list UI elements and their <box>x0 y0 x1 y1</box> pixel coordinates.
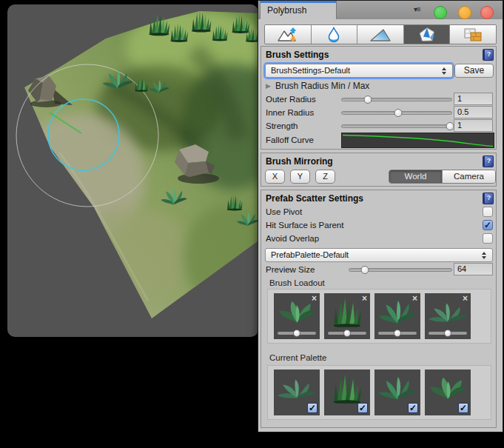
fern-plant-icon <box>377 374 417 404</box>
help-icon[interactable]: ? <box>483 193 494 204</box>
outer-radius-label: Outer Radius <box>266 95 316 104</box>
check-icon: ✓ <box>484 220 491 230</box>
loadout-item-fern-plant[interactable]: × <box>374 293 420 339</box>
loadout-item-leafy-plant[interactable]: × <box>274 293 320 339</box>
window-titlebar[interactable]: Polybrush ▾≡ <box>258 1 503 20</box>
tool-smooth-mesh[interactable] <box>312 25 358 44</box>
leafy-plant-icon <box>277 298 317 327</box>
inner-radius-label: Inner Radius <box>266 108 314 117</box>
scene-view[interactable] <box>7 4 258 337</box>
spread-plant-icon <box>428 298 468 327</box>
brush-radius-minmax-foldout[interactable]: ▶Brush Radius Min / Max <box>266 81 369 91</box>
palette-item-checkbox[interactable]: ✓ <box>307 403 317 413</box>
remove-item-icon[interactable]: × <box>463 293 468 304</box>
palette-item-checkbox[interactable]: ✓ <box>408 403 418 413</box>
screenshot-root: Polybrush ▾≡ <box>0 0 504 448</box>
mirror-x-button[interactable]: X <box>265 170 285 184</box>
prefab-scatter-section: Prefab Scatter Settings ? Use Pivot Hit … <box>261 190 497 428</box>
inner-radius-slider[interactable] <box>341 106 452 119</box>
window-close-button[interactable] <box>480 6 494 19</box>
dropdown-arrow-icon <box>482 251 487 260</box>
save-button[interactable]: Save <box>454 64 494 78</box>
window-minimize-button[interactable] <box>458 6 471 19</box>
mirror-z-button[interactable]: Z <box>315 170 335 184</box>
texture-bricks-icon <box>462 27 484 43</box>
mirror-space-camera[interactable]: Camera <box>442 170 495 183</box>
prefab-palette-dropdown[interactable]: PrefabPalette-Default <box>265 248 493 262</box>
palette-item-grass-clump[interactable]: ✓ <box>324 370 370 415</box>
current-palette-strip: ✓ ✓ ✓ ✓ <box>267 365 491 420</box>
palette-item-fern-plant[interactable]: ✓ <box>374 370 420 415</box>
preview-size-slider[interactable] <box>349 263 452 276</box>
mirror-space-world[interactable]: World <box>389 170 442 183</box>
droplet-icon <box>323 27 345 43</box>
avoid-overlap-label: Avoid Overlap <box>266 234 319 243</box>
mountain-arrows-icon <box>277 27 299 43</box>
tool-scatter-prefabs[interactable] <box>404 25 451 44</box>
loadout-weight-slider[interactable] <box>278 332 316 335</box>
brush-loadout-strip: × × × × <box>267 289 491 344</box>
tool-raise-lower-mesh[interactable] <box>265 25 312 44</box>
tool-paint-textures[interactable] <box>450 25 496 44</box>
mirror-space-toggle: World Camera <box>389 170 496 184</box>
loadout-item-spread-plant[interactable]: × <box>425 293 471 339</box>
mirror-y-button[interactable]: Y <box>290 170 310 184</box>
pane-menu-icon[interactable]: ▾≡ <box>414 5 420 13</box>
dropdown-arrow-icon <box>442 67 447 76</box>
strength-label: Strength <box>266 121 298 130</box>
grass-clump-icon <box>327 298 367 327</box>
strength-field[interactable]: 1 <box>454 119 493 132</box>
help-icon[interactable]: ? <box>483 156 494 167</box>
spread-plant-icon <box>277 374 317 404</box>
brush-mirroring-header: Brush Mirroring <box>266 156 333 167</box>
loadout-weight-slider[interactable] <box>378 332 417 335</box>
brush-loadout-label: Brush Loadout <box>269 278 325 287</box>
leafy-plant-icon <box>428 374 468 404</box>
loadout-item-grass-clump[interactable]: × <box>324 293 370 339</box>
mode-toolbar <box>258 19 503 46</box>
foldout-triangle-icon: ▶ <box>266 82 271 90</box>
fern-plant-icon <box>377 298 417 327</box>
outer-radius-slider[interactable] <box>341 93 452 106</box>
remove-item-icon[interactable]: × <box>362 293 367 304</box>
use-pivot-label: Use Pivot <box>266 207 302 216</box>
brush-settings-preset-dropdown[interactable]: BrushSettings-Default <box>265 64 453 78</box>
palette-item-checkbox[interactable]: ✓ <box>458 403 468 413</box>
grass-clump-icon <box>327 374 367 404</box>
hit-surface-parent-label: Hit Surface is Parent <box>266 221 343 230</box>
prefab-scatter-header: Prefab Scatter Settings <box>266 193 363 204</box>
tool-paint-vertex-colors[interactable] <box>357 25 404 44</box>
outer-radius-field[interactable]: 1 <box>454 93 493 105</box>
inner-radius-field[interactable]: 0.5 <box>454 106 493 118</box>
strength-slider[interactable] <box>341 119 452 133</box>
loadout-weight-slider[interactable] <box>328 332 366 335</box>
brush-mirroring-section: Brush Mirroring ? X Y Z World Camera <box>261 153 497 187</box>
preview-size-field[interactable]: 64 <box>454 263 493 275</box>
remove-item-icon[interactable]: × <box>412 293 417 304</box>
loadout-weight-slider[interactable] <box>429 332 467 335</box>
falloff-curve-field[interactable] <box>341 133 494 148</box>
remove-item-icon[interactable]: × <box>312 293 317 304</box>
current-palette-label: Current Palette <box>269 353 326 362</box>
palette-item-checkbox[interactable]: ✓ <box>357 403 368 413</box>
falloff-curve <box>342 133 494 147</box>
hit-surface-parent-checkbox[interactable]: ✓ <box>483 220 493 230</box>
window-zoom-button[interactable] <box>434 6 447 19</box>
terrain-render <box>7 4 258 337</box>
help-icon[interactable]: ? <box>483 49 494 61</box>
preview-size-label: Preview Size <box>266 265 315 274</box>
brush-settings-header: Brush Settings <box>266 50 329 60</box>
window-tab-polybrush[interactable]: Polybrush <box>260 1 337 19</box>
brush-settings-section: Brush Settings ? BrushSettings-Default S… <box>261 46 497 150</box>
palette-item-leafy-plant[interactable]: ✓ <box>425 370 471 415</box>
use-pivot-checkbox[interactable] <box>483 207 493 217</box>
rock-prefab-icon <box>416 27 438 43</box>
triangle-icon <box>369 27 392 43</box>
polybrush-window: Polybrush ▾≡ <box>258 0 503 432</box>
falloff-curve-label: Falloff Curve <box>266 136 314 144</box>
palette-item-spread-plant[interactable]: ✓ <box>274 370 320 415</box>
avoid-overlap-checkbox[interactable] <box>483 233 493 244</box>
window-title: Polybrush <box>267 5 306 16</box>
